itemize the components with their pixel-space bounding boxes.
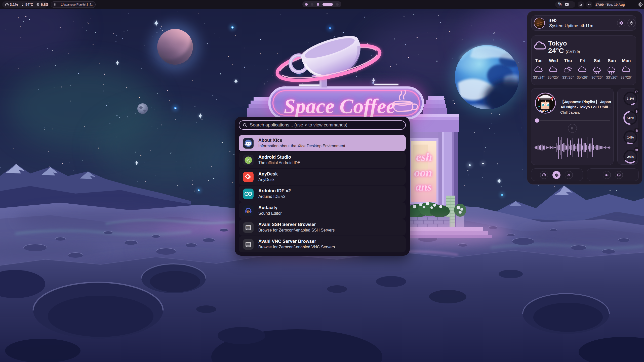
svg-text:esh: esh: [416, 151, 432, 163]
svg-text:ans: ans: [416, 181, 432, 193]
svg-text:oon: oon: [414, 166, 432, 179]
svg-text:Space Coffee: Space Coffee: [284, 95, 395, 118]
